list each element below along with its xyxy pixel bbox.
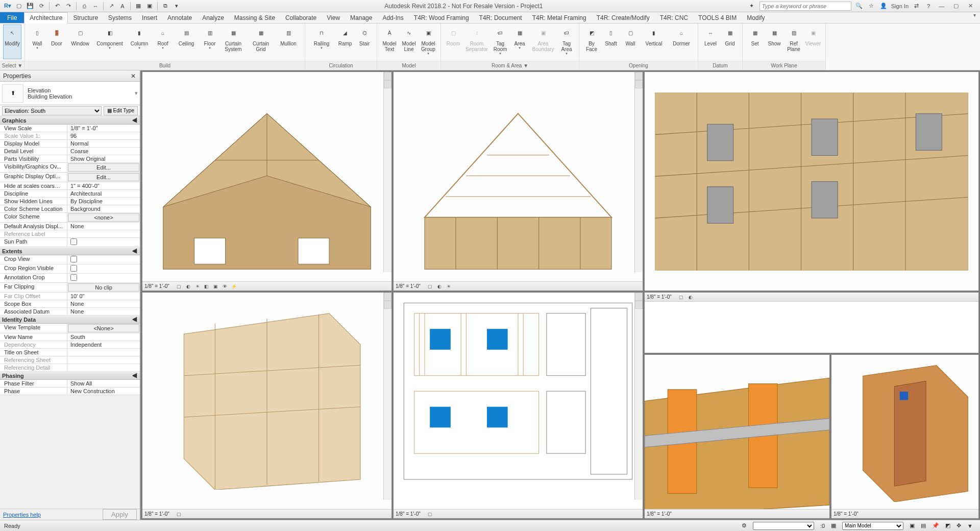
status-workset-select[interactable] xyxy=(753,522,814,530)
status-drag-icon[interactable]: ✥ xyxy=(953,522,964,529)
exchange-icon[interactable]: ⇄ xyxy=(912,2,921,11)
floor-button[interactable]: ▥Floor▼ xyxy=(201,25,219,59)
prop-section-graphics[interactable]: Graphics⯇ xyxy=(0,116,140,125)
instance-selector[interactable]: Elevation: South xyxy=(2,106,102,115)
tab-addins[interactable]: Add-Ins xyxy=(377,12,408,23)
group-label-select[interactable]: Select ▼ xyxy=(0,61,24,70)
viewport-7[interactable]: 1/8" = 1'-0" xyxy=(831,354,979,519)
vp-style-icon[interactable]: ◐ xyxy=(185,283,192,290)
viewer-button[interactable]: ▣Viewer xyxy=(804,25,822,59)
column-button[interactable]: ▮Column▼ xyxy=(126,25,153,59)
prop-value[interactable]: 96 xyxy=(67,132,140,139)
prop-row[interactable]: Referencing Detail xyxy=(0,364,140,372)
prop-row[interactable]: Display ModelNormal xyxy=(0,140,140,148)
prop-value[interactable]: <none> xyxy=(68,213,139,222)
properties-help-link[interactable]: Properties help xyxy=(3,512,41,518)
tab-architecture[interactable]: Architecture xyxy=(24,12,68,23)
grid-button[interactable]: ▦Grid xyxy=(721,25,739,59)
room-separator-button[interactable]: ⫶Room Separator xyxy=(463,25,490,59)
wall-opening-button[interactable]: ▢Wall xyxy=(621,25,640,59)
model-text-button[interactable]: AModel Text xyxy=(380,25,399,59)
prop-row[interactable]: Scope BoxNone xyxy=(0,300,140,308)
status-select-underlay-icon[interactable]: ▤ xyxy=(918,522,929,529)
ramp-button[interactable]: ◢Ramp xyxy=(336,25,354,59)
prop-row[interactable]: Graphic Display Opti...Edit... xyxy=(0,173,140,182)
prop-row[interactable]: View NameSouth xyxy=(0,333,140,341)
prop-value[interactable]: 10' 0" xyxy=(67,293,140,300)
scrollbar-v[interactable] xyxy=(634,293,643,500)
model-group-button[interactable]: ▣Model Group▼ xyxy=(419,25,437,59)
scrollbar-v[interactable] xyxy=(383,72,391,272)
viewport-6[interactable]: 1/8" = 1'-0" xyxy=(644,354,830,519)
prop-row[interactable]: Hide at scales coarser...1" = 400'-0" xyxy=(0,182,140,190)
prop-value[interactable] xyxy=(67,364,140,371)
prop-row[interactable]: DisciplineArchitectural xyxy=(0,190,140,198)
tab-view[interactable]: View xyxy=(322,12,345,23)
restore-button[interactable]: ▢ xyxy=(950,2,962,11)
viewport-1[interactable]: 1/8" = 1'-0" ▢ ◐ ☀ ◧ ▣ 👁 ⚡ xyxy=(142,71,392,291)
prop-row[interactable]: Default Analysis Displ...None xyxy=(0,223,140,230)
vp-detail-icon[interactable]: ▢ xyxy=(427,511,434,518)
prop-row[interactable]: Visibility/Graphics Ov...Edit... xyxy=(0,163,140,173)
prop-value[interactable]: <None> xyxy=(68,324,139,332)
star-icon[interactable]: ☆ xyxy=(867,2,876,11)
tab-t4r-metal[interactable]: T4R: Metal Framing xyxy=(527,12,592,23)
tag-area-button[interactable]: 🏷Tag Area▼ xyxy=(557,25,576,59)
vertical-button[interactable]: ▮Vertical xyxy=(641,25,667,59)
tab-t4r-wood[interactable]: T4R: Wood Framing xyxy=(409,12,474,23)
prop-row[interactable]: Title on Sheet xyxy=(0,349,140,356)
prop-row[interactable]: Sun Path xyxy=(0,238,140,247)
prop-row[interactable]: Detail LevelCoarse xyxy=(0,148,140,155)
app-menu-icon[interactable]: R▾ xyxy=(3,2,12,11)
prop-value[interactable]: None xyxy=(67,300,140,307)
prop-value[interactable]: 1/8" = 1'-0" xyxy=(67,125,140,132)
prop-row[interactable]: Reference Label xyxy=(0,230,140,238)
minimize-button[interactable]: — xyxy=(936,2,947,11)
prop-row[interactable]: Scale Value 1:96 xyxy=(0,132,140,140)
group-label-room[interactable]: Room & Area ▼ xyxy=(441,61,579,70)
tab-t4r-create[interactable]: T4R: Create/Modify xyxy=(592,12,655,23)
tab-modify[interactable]: Modify xyxy=(742,12,770,23)
tab-massing-site[interactable]: Massing & Site xyxy=(229,12,280,23)
prop-row[interactable]: Annotation Crop xyxy=(0,274,140,283)
prop-value[interactable] xyxy=(67,230,140,237)
area-button[interactable]: ▦Area▼ xyxy=(510,25,529,59)
viewport-2[interactable]: 1/8" = 1'-0" ▢ ◐ ☀ xyxy=(393,71,643,291)
tag-room-button[interactable]: 🏷Tag Room▼ xyxy=(491,25,509,59)
status-filter-icon[interactable]: ▼ xyxy=(964,523,976,529)
prop-row[interactable]: View Scale1/8" = 1'-0" xyxy=(0,125,140,132)
prop-row[interactable]: View Template<None> xyxy=(0,324,140,333)
prop-row[interactable]: Far Clip Offset10' 0" xyxy=(0,293,140,300)
prop-value[interactable]: Edit... xyxy=(68,173,139,181)
status-worksets-icon[interactable]: ⚙ xyxy=(739,522,750,529)
status-select-pinned-icon[interactable]: 📌 xyxy=(929,522,942,529)
prop-row[interactable]: Color Scheme<none> xyxy=(0,213,140,223)
prop-value[interactable] xyxy=(67,274,140,282)
prop-value[interactable]: 1" = 400'-0" xyxy=(67,182,140,189)
area-boundary-button[interactable]: ▣Area Boundary xyxy=(530,25,556,59)
switch-windows-icon[interactable]: ⧉ xyxy=(161,2,170,11)
prop-value[interactable] xyxy=(67,356,140,364)
tab-analyze[interactable]: Analyze xyxy=(197,12,229,23)
tab-insert[interactable]: Insert xyxy=(137,12,162,23)
prop-value[interactable]: Independent xyxy=(67,341,140,348)
window-button[interactable]: ▢Window xyxy=(67,25,93,59)
signin-label[interactable]: Sign In xyxy=(891,3,909,9)
redo-icon[interactable]: ↷ xyxy=(64,2,73,11)
prop-row[interactable]: DependencyIndependent xyxy=(0,341,140,349)
prop-value[interactable] xyxy=(67,264,140,273)
prop-value[interactable]: New Construction xyxy=(67,388,140,395)
scrollbar-v[interactable] xyxy=(383,293,391,500)
undo-icon[interactable]: ↶ xyxy=(53,2,62,11)
tab-structure[interactable]: Structure xyxy=(68,12,103,23)
set-button[interactable]: ▦Set xyxy=(746,25,764,59)
prop-section-extents[interactable]: Extents⯇ xyxy=(0,247,140,255)
apply-button[interactable]: Apply xyxy=(103,509,137,520)
ribbon-collapse-icon[interactable]: ▾ xyxy=(969,12,980,23)
search-icon[interactable]: 🔍 xyxy=(854,2,864,11)
tab-t4r-document[interactable]: T4R: Document xyxy=(474,12,527,23)
prop-value[interactable]: Edit... xyxy=(68,163,139,172)
prop-value[interactable]: Coarse xyxy=(67,148,140,155)
by-face-button[interactable]: ◩By Face xyxy=(582,25,601,59)
prop-value[interactable]: Normal xyxy=(67,140,140,147)
